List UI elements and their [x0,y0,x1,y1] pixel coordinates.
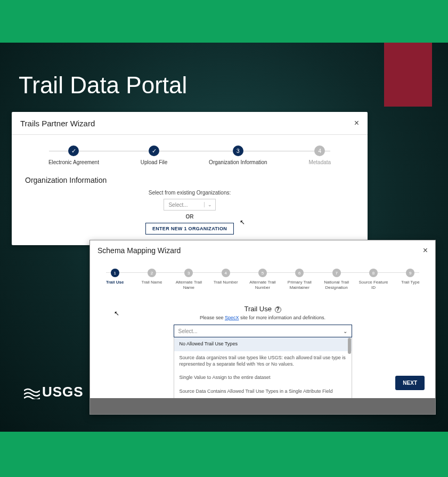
step-trail-number[interactable]: 4 Trail Number [207,269,244,290]
logo-text: USGS [42,384,84,400]
wizard1-header: Trails Partner Wizard × [12,112,368,135]
step-number: 5 [258,269,267,277]
step-label: Organization Information [209,159,267,165]
select-placeholder: Select... [164,202,203,208]
wizard2-stepper: 1 Trail Use 2 Trail Name 3 Alternate Tra… [90,261,435,294]
subtext: Please see SpecX site for more informati… [106,315,419,320]
step-number: 8 [369,269,378,277]
check-icon [149,145,159,156]
cursor-icon: ↖ [240,219,245,226]
step-label: Primary Trail Maintainer [283,280,315,290]
step-label: Metadata [308,159,331,165]
wizard2-header: Schema Mapping Wizard × [90,240,435,261]
dropdown-option[interactable]: Single Value to Assign to the entire dat… [174,371,352,385]
step-label: Alternate Trail Name [173,280,205,290]
step-label: Source Feature ID [357,280,389,290]
step-label: National Trail Designation [321,280,353,290]
step-number: 1 [111,269,119,277]
subtext-post: site for more information and definition… [239,315,325,320]
step-alt-trail-number[interactable]: 5 Alternate Trail Number [244,269,281,290]
wizard2-footer-bar [90,398,435,414]
chevron-down-icon: ⌄ [343,328,347,334]
step-label: Trail Type [401,280,420,285]
page-title: Trail Data Portal [19,72,187,99]
step-number: 6 [295,269,304,277]
step-label: Trail Name [142,280,162,285]
specx-link[interactable]: SpecX [225,315,239,320]
step-label: Electronic Agreement [48,159,99,165]
step-number: 9 [406,269,414,277]
dropdown-option[interactable]: No Allowed Trail Use Types [174,337,352,351]
or-divider: OR [12,214,368,220]
wizard2-body: Trail Use ? Please see SpecX site for mo… [90,294,435,407]
step-label: Upload File [141,159,168,165]
dropdown-option[interactable]: Source Data Contains Allowed Trail Use T… [174,385,352,399]
wizard1-stepper: Electronic Agreement Upload File 3 Organ… [12,135,368,171]
chevron-down-icon: ⌄ [204,202,215,207]
dropdown-placeholder: Select... [178,328,198,334]
step-number: 4 [222,269,230,277]
check-icon [68,145,79,156]
step-metadata: 4 Metadata [308,145,331,165]
step-electronic-agreement[interactable]: Electronic Agreement [48,145,99,165]
enter-new-organization-button[interactable]: ENTER NEW 1 ORGANIZATION [145,223,234,235]
accent-block [384,43,432,107]
step-upload-file[interactable]: Upload File [141,145,168,165]
dropdown-select[interactable]: Select... ⌄ [174,325,352,337]
step-number: 4 [314,145,325,156]
info-icon[interactable]: ? [275,306,281,313]
heading-text: Trail Use [244,305,272,313]
close-icon[interactable]: × [423,246,428,255]
organization-select[interactable]: Select... ⌄ [164,199,215,211]
step-label: Trail Number [214,280,238,285]
dropdown-option[interactable]: Source data organizes trail use types li… [174,351,352,371]
body-heading: Trail Use ? [106,305,419,313]
step-number: 3 [233,145,243,156]
step-number: 3 [184,269,193,277]
next-button[interactable]: NEXT [395,376,425,390]
cursor-icon: ↖ [114,310,119,317]
step-number: 7 [332,269,341,277]
org-body: Select from existing Organizations: Sele… [12,190,368,235]
step-number: 2 [148,269,156,277]
section-heading: Organization Information [12,171,368,190]
step-trail-type[interactable]: 9 Trail Type [392,269,429,290]
trail-use-dropdown: Select... ⌄ No Allowed Trail Use Types S… [174,325,352,407]
step-trail-use[interactable]: 1 Trail Use [96,269,133,290]
waves-icon [24,386,40,398]
subtext-pre: Please see [200,315,225,320]
schema-mapping-wizard: Schema Mapping Wizard × 1 Trail Use 2 Tr… [89,240,436,415]
step-label: Alternate Trail Number [247,280,279,290]
step-alt-trail-name[interactable]: 3 Alternate Trail Name [170,269,207,290]
wizard1-title: Trails Partner Wizard [20,119,95,128]
usgs-logo: USGS [24,384,84,400]
step-primary-maintainer[interactable]: 6 Primary Trail Maintainer [281,269,318,290]
trails-partner-wizard: Trails Partner Wizard × Electronic Agree… [12,112,368,245]
close-icon[interactable]: × [354,118,359,128]
scrollbar[interactable] [348,338,351,354]
step-national-designation[interactable]: 7 National Trail Designation [318,269,355,290]
step-source-feature-id[interactable]: 8 Source Feature ID [355,269,392,290]
wizard2-title: Schema Mapping Wizard [97,246,181,255]
dropdown-list: No Allowed Trail Use Types Source data o… [174,337,352,407]
select-prompt: Select from existing Organizations: [12,190,368,196]
step-trail-name[interactable]: 2 Trail Name [133,269,170,290]
step-organization-information[interactable]: 3 Organization Information [209,145,267,165]
step-label: Trail Use [106,280,124,285]
